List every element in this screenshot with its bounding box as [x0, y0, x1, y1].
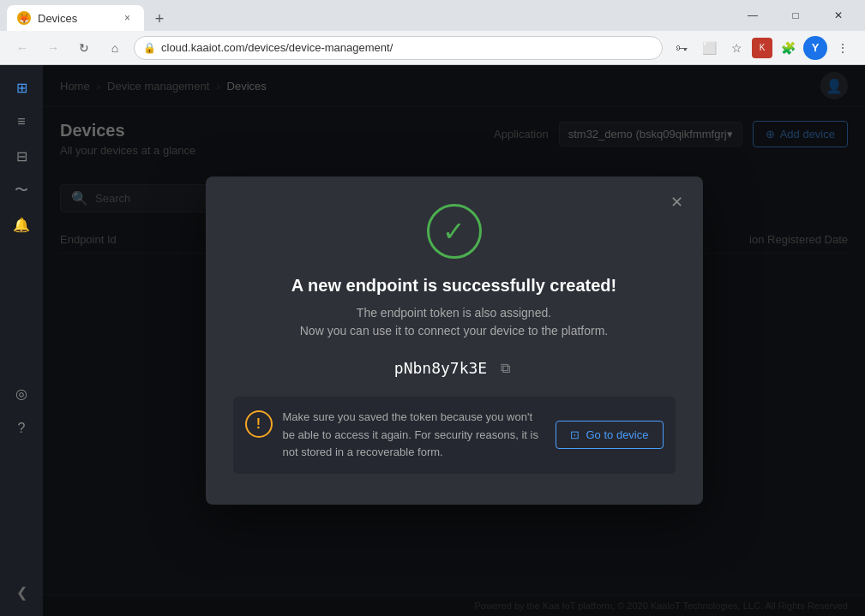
go-to-device-button[interactable]: ⊡ Go to device	[556, 421, 664, 449]
reload-button[interactable]: ↻	[72, 36, 96, 60]
modal-title: A new endpoint is successfully created!	[233, 276, 676, 296]
sidebar-item-bell[interactable]: 🔔	[6, 209, 37, 240]
token-value: pNbn8y7k3E	[394, 359, 487, 377]
sidebar-item-chart[interactable]: 〜	[6, 175, 37, 206]
app-container: ⊞ ≡ ⊟ 〜 🔔 ◎ ? ❮ Home › Device management…	[0, 65, 865, 616]
forward-button[interactable]: →	[41, 36, 65, 60]
minimize-button[interactable]: —	[733, 0, 772, 31]
sidebar-expand-btn[interactable]: ❮	[6, 582, 37, 602]
warning-text: Make sure you saved the token because yo…	[283, 409, 545, 462]
address-text: cloud.kaaiot.com/devices/device-manageme…	[161, 41, 653, 54]
back-button[interactable]: ←	[10, 36, 34, 60]
extension-icon[interactable]: K	[752, 38, 772, 58]
maximize-button[interactable]: □	[776, 0, 815, 31]
sidebar-item-user[interactable]: ◎	[6, 379, 37, 410]
title-bar: 🦊 Devices × + — □ ✕	[0, 0, 865, 31]
success-icon-circle: ✓	[427, 204, 482, 259]
star-icon[interactable]: ☆	[724, 36, 748, 60]
main-content: Home › Device management › Devices 👤 Dev…	[43, 65, 865, 616]
token-area: pNbn8y7k3E ⧉	[233, 357, 676, 380]
tab-close-btn[interactable]: ×	[121, 10, 134, 26]
active-tab[interactable]: 🦊 Devices ×	[7, 5, 144, 31]
home-button[interactable]: ⌂	[103, 36, 127, 60]
modal-subtitle-line2: Now you can use it to connect your devic…	[300, 324, 609, 338]
key-icon[interactable]: 🗝	[670, 36, 694, 60]
extensions-icon[interactable]: 🧩	[776, 36, 800, 60]
go-to-device-label: Go to device	[586, 428, 649, 441]
new-tab-button[interactable]: +	[147, 7, 171, 31]
tab-title: Devices	[38, 12, 114, 25]
address-bar[interactable]: 🔒 cloud.kaaiot.com/devices/device-manage…	[134, 36, 663, 60]
check-icon: ✓	[442, 215, 466, 248]
sidebar-item-dashboard[interactable]: ⊟	[6, 141, 37, 171]
browser-chrome: 🦊 Devices × + — □ ✕ ← → ↻ ⌂ 🔒 cloud.kaai…	[0, 0, 865, 65]
sidebar-item-help[interactable]: ?	[6, 413, 37, 444]
close-button[interactable]: ✕	[819, 0, 858, 31]
success-modal: ✕ ✓ A new endpoint is successfully creat…	[206, 176, 703, 505]
profile-avatar[interactable]: Y	[803, 36, 827, 60]
cast-icon[interactable]: ⬜	[697, 36, 721, 60]
modal-subtitle: The endpoint token is also assigned. Now…	[233, 304, 676, 340]
sidebar-item-grid[interactable]: ⊞	[6, 72, 37, 103]
lock-icon: 🔒	[143, 42, 156, 54]
warning-box: ! Make sure you saved the token because …	[233, 397, 676, 474]
window-controls: — □ ✕	[733, 0, 858, 31]
menu-icon[interactable]: ⋮	[831, 36, 855, 60]
warning-icon: !	[245, 410, 273, 438]
copy-token-button[interactable]: ⧉	[497, 357, 514, 380]
go-to-device-icon: ⊡	[570, 428, 580, 441]
nav-bar: ← → ↻ ⌂ 🔒 cloud.kaaiot.com/devices/devic…	[0, 31, 865, 65]
modal-close-button[interactable]: ✕	[665, 190, 689, 214]
tab-favicon: 🦊	[17, 11, 31, 25]
sidebar-item-list[interactable]: ≡	[6, 106, 37, 137]
modal-subtitle-line1: The endpoint token is also assigned.	[357, 306, 551, 320]
nav-actions: 🗝 ⬜ ☆ K 🧩 Y ⋮	[670, 36, 855, 60]
modal-overlay: ✕ ✓ A new endpoint is successfully creat…	[43, 65, 865, 616]
sidebar: ⊞ ≡ ⊟ 〜 🔔 ◎ ? ❮	[0, 65, 43, 616]
tab-area: 🦊 Devices × +	[7, 0, 171, 31]
